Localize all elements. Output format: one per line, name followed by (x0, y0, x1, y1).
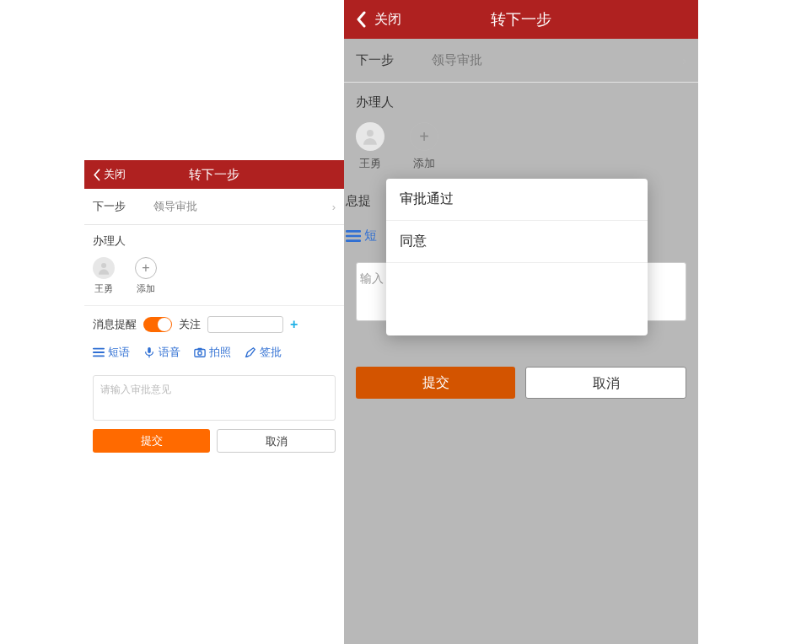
button-row: 提交 取消 (84, 421, 344, 461)
opinion-partial-text: 输入 (360, 271, 384, 285)
close-label: 关闭 (104, 167, 126, 182)
next-step-value: 领导审批 (153, 199, 332, 214)
plus-icon: + (135, 257, 157, 279)
next-step-label: 下一步 (93, 199, 153, 214)
pen-icon (245, 346, 256, 358)
options-popup: 审批通过 同意 (386, 179, 648, 335)
person-name: 王勇 (94, 282, 113, 295)
phone-right: 关闭 转下一步 下一步 领导审批 › 办理人 王勇 + 添加 (344, 0, 698, 644)
voice-button[interactable]: 语音 (143, 345, 180, 360)
list-icon (346, 228, 361, 244)
sign-button[interactable]: 签批 (245, 345, 282, 360)
popup-option-approve[interactable]: 审批通过 (386, 179, 648, 221)
back-button[interactable]: 关闭 (344, 11, 401, 29)
notify-toggle[interactable] (143, 317, 172, 332)
handler-person[interactable]: 王勇 (356, 122, 384, 171)
notify-row: 消息提醒 关注 + (84, 306, 344, 338)
popup-blank-area (386, 263, 648, 335)
popup-option-agree[interactable]: 同意 (386, 221, 648, 263)
list-icon (93, 346, 105, 358)
button-row: 提交 取消 (344, 355, 698, 411)
add-label: 添加 (413, 156, 435, 171)
next-step-label: 下一步 (356, 52, 432, 68)
phrase-label: 短语 (108, 345, 130, 360)
next-step-row[interactable]: 下一步 领导审批 › (344, 39, 698, 83)
add-handler-button[interactable]: + 添加 (410, 122, 438, 171)
chevron-left-icon (93, 169, 100, 181)
phone-left: 关闭 转下一步 下一步 领导审批 › 办理人 王勇 + 添加 消息提醒 关注 + (84, 160, 344, 461)
people-row: 王勇 + 添加 (344, 117, 698, 185)
photo-button[interactable]: 拍照 (194, 345, 231, 360)
next-step-row[interactable]: 下一步 领导审批 › (84, 189, 344, 225)
person-avatar-icon (356, 122, 384, 151)
svg-point-0 (101, 263, 106, 268)
notify-label: 消息提醒 (93, 317, 137, 332)
cancel-button[interactable]: 取消 (525, 367, 686, 399)
phrase-button[interactable]: 短语 (93, 345, 130, 360)
add-handler-button[interactable]: + 添加 (135, 257, 157, 295)
svg-rect-2 (195, 350, 205, 357)
add-label: 添加 (137, 282, 155, 295)
header: 关闭 转下一步 (84, 160, 344, 189)
header: 关闭 转下一步 (344, 0, 698, 39)
svg-rect-4 (197, 348, 202, 351)
voice-label: 语音 (159, 345, 180, 360)
action-row: 短语 语音 拍照 签批 (84, 338, 344, 368)
cancel-button[interactable]: 取消 (217, 429, 336, 453)
handler-section-title: 办理人 (344, 83, 698, 117)
chevron-right-icon: › (332, 201, 336, 213)
person-avatar-icon (93, 257, 115, 279)
back-button[interactable]: 关闭 (84, 167, 126, 182)
follow-label: 关注 (179, 317, 201, 332)
opinion-placeholder: 请输入审批意见 (100, 384, 171, 395)
opinion-textarea[interactable]: 请输入审批意见 (93, 375, 336, 421)
submit-button[interactable]: 提交 (356, 367, 515, 399)
submit-button[interactable]: 提交 (93, 429, 210, 453)
svg-rect-1 (148, 347, 151, 353)
plus-icon: + (410, 122, 438, 151)
chevron-left-icon (356, 11, 366, 28)
handler-section-title: 办理人 (84, 225, 344, 254)
phrase-partial-label: 短 (364, 228, 377, 244)
person-name: 王勇 (359, 156, 381, 171)
photo-label: 拍照 (209, 345, 231, 360)
camera-icon (194, 346, 206, 358)
svg-point-3 (198, 352, 202, 355)
chevron-right-icon: › (682, 53, 686, 67)
close-label: 关闭 (374, 11, 401, 29)
sign-label: 签批 (260, 345, 282, 360)
svg-point-5 (367, 130, 374, 137)
follow-input[interactable] (207, 316, 283, 333)
mic-icon (143, 346, 155, 358)
handler-person[interactable]: 王勇 (93, 257, 115, 295)
people-row: 王勇 + 添加 (84, 254, 344, 306)
add-follow-icon[interactable]: + (290, 317, 298, 332)
next-step-value: 领导审批 (432, 52, 682, 68)
